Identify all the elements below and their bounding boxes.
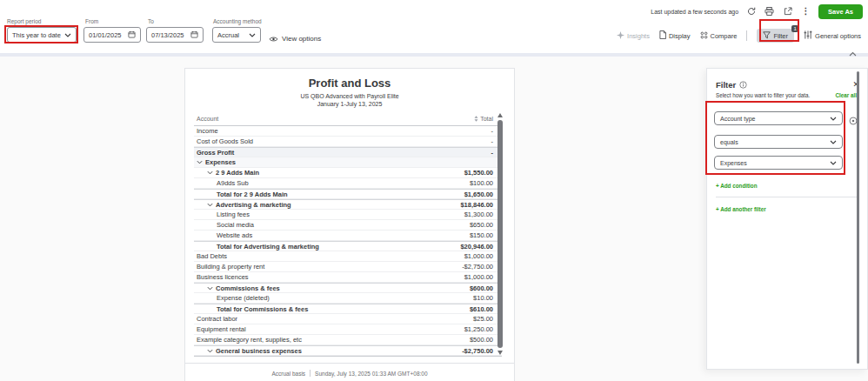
add-another-filter-link[interactable]: + Add another filter	[716, 206, 766, 212]
scroll-down-icon[interactable]	[497, 351, 503, 355]
table-row[interactable]: Expenses	[194, 157, 502, 168]
table-row[interactable]: Advertising & marketing$18,846.00	[194, 199, 502, 210]
row-account-label: Website ads	[217, 231, 252, 239]
footer-divider	[310, 370, 310, 377]
chevron-down-icon	[830, 160, 837, 166]
table-row[interactable]: General business expenses-$2,750.00	[194, 345, 502, 356]
compare-icon	[700, 31, 708, 41]
save-as-button[interactable]: Save As	[818, 4, 863, 19]
table-row[interactable]: Total for 2 9 Adds Main$1,650.00	[194, 189, 502, 199]
report-table-body: Income-Cost of Goods Sold-Gross Profit-E…	[194, 126, 502, 357]
accounting-method-select[interactable]: Accrual	[212, 27, 261, 43]
panel-scrollbar[interactable]	[857, 71, 859, 364]
refresh-icon[interactable]	[745, 6, 757, 17]
sort-icon[interactable]	[474, 116, 478, 123]
toolbar-divider	[746, 30, 747, 41]
table-row[interactable]: Income-	[194, 126, 502, 137]
filter-value-select[interactable]: Expenses	[714, 156, 843, 170]
print-icon[interactable]	[764, 6, 775, 17]
table-row[interactable]: 2 9 Adds Main$1,550.00	[194, 168, 502, 178]
table-row[interactable]: A9dds Sub$100.00	[194, 178, 502, 189]
table-row[interactable]: Equipment rental$1,250.00	[194, 324, 502, 335]
table-row[interactable]: Listing fees$1,300.00	[194, 210, 502, 220]
report-timestamp: Sunday, July 13, 2025 01:33 AM GMT+08:00	[315, 371, 427, 377]
insights-icon	[617, 31, 624, 41]
table-row[interactable]: Expense (deleted)$10.00	[194, 293, 502, 304]
chevron-down-icon[interactable]	[207, 349, 213, 353]
filter-operator-select[interactable]: equals	[714, 135, 843, 149]
total-column-header[interactable]: Total	[480, 116, 493, 122]
company-name: US QBO Advanced with Payroll Elite	[185, 93, 514, 99]
scrollbar-thumb[interactable]	[497, 120, 503, 348]
to-date-input[interactable]: 07/13/2025	[146, 27, 204, 43]
row-account-label: Equipment rental	[197, 325, 246, 333]
row-account-label: Bad Debts	[197, 252, 227, 260]
filter-instructions: Select how you want to filter your data.	[716, 92, 810, 98]
from-label: From	[85, 18, 98, 24]
content-area: Profit and Loss US QBO Advanced with Pay…	[0, 57, 868, 381]
row-account-label: Expense (deleted)	[217, 294, 270, 302]
table-row[interactable]: Social media$650.00	[194, 220, 502, 231]
display-button[interactable]: Display	[659, 30, 691, 41]
export-icon[interactable]	[782, 6, 793, 17]
row-account-label: Expenses	[205, 158, 236, 166]
table-row[interactable]: Business licences$1,000.00	[194, 272, 502, 283]
scroll-up-icon[interactable]	[497, 113, 503, 117]
account-column-header[interactable]: Account	[194, 116, 218, 122]
panel-divider	[716, 197, 858, 197]
row-account-label: Contract labor	[197, 315, 237, 323]
sliders-icon	[804, 30, 812, 41]
from-date-input[interactable]: 01/01/2025	[83, 27, 141, 43]
row-account-label: Gross Profit	[197, 149, 234, 157]
clear-all-link[interactable]: Clear all	[835, 92, 857, 98]
calendar-icon[interactable]	[128, 30, 136, 40]
row-account-label: Cost of Goods Sold	[197, 137, 253, 145]
general-options-button[interactable]: General options	[804, 30, 861, 41]
table-header: Account Total	[194, 112, 502, 126]
chevron-down-icon	[64, 31, 71, 39]
row-account-label: Social media	[217, 221, 254, 229]
table-row[interactable]: Total for Advertising & marketing$20,946…	[194, 241, 502, 251]
table-row[interactable]: Cost of Goods Sold-	[194, 137, 502, 147]
accounting-method-label: Accounting method	[213, 18, 262, 24]
view-options-button[interactable]: View options	[269, 30, 321, 46]
compare-button[interactable]: Compare	[700, 31, 738, 41]
filter-field-select[interactable]: Account type	[714, 111, 843, 125]
table-row[interactable]: Contract labor$25.00	[194, 314, 502, 324]
funnel-icon	[763, 31, 771, 41]
insights-button[interactable]: Insights	[617, 31, 650, 41]
table-row[interactable]: Total for Commissions & fees$610.00	[194, 304, 502, 314]
report-title: Profit and Loss	[185, 77, 514, 90]
chevron-down-icon	[249, 31, 256, 39]
chevron-down-icon[interactable]	[207, 170, 213, 175]
app-window: Report period This year to date From 01/…	[0, 0, 868, 381]
chevron-down-icon[interactable]	[197, 160, 203, 164]
report-footer: Accrual basis Sunday, July 13, 2025 01:3…	[185, 363, 514, 377]
eye-icon	[269, 30, 278, 46]
table-row[interactable]: Example category rent, supplies, etc$500…	[194, 335, 502, 345]
table-scrollbar[interactable]	[497, 113, 503, 355]
filter-count-badge: 1	[791, 25, 798, 32]
info-icon[interactable]	[739, 77, 747, 92]
row-account-label: Example category rent, supplies, etc	[197, 336, 302, 344]
chevron-up-icon[interactable]	[849, 44, 857, 60]
table-row[interactable]: Bad Debts$1,000.00	[194, 251, 502, 262]
table-row[interactable]: Commissions & fees$600.00	[194, 283, 502, 293]
calendar-icon[interactable]	[190, 30, 198, 40]
table-row[interactable]: Gross Profit-	[194, 147, 502, 157]
chevron-down-icon[interactable]	[207, 286, 213, 291]
kebab-menu-icon[interactable]: ⋮	[800, 6, 811, 17]
row-account-label: Income	[197, 127, 218, 135]
table-row[interactable]: Website ads$150.00	[194, 231, 502, 241]
filter-button[interactable]: Filter 1	[757, 29, 794, 43]
chevron-down-icon	[830, 116, 837, 122]
table-row[interactable]: Building & property rent-$2,750.00	[194, 262, 502, 272]
row-account-label: Building & property rent	[197, 263, 264, 271]
add-condition-link[interactable]: + Add condition	[716, 183, 758, 189]
row-account-label: Business licences	[197, 273, 249, 281]
report-toolbar: Report period This year to date From 01/…	[0, 0, 868, 57]
chevron-down-icon[interactable]	[207, 203, 213, 207]
report-card: Profit and Loss US QBO Advanced with Pay…	[184, 68, 515, 381]
report-period-label: Report period	[7, 18, 41, 24]
report-period-select[interactable]: This year to date	[7, 27, 77, 43]
